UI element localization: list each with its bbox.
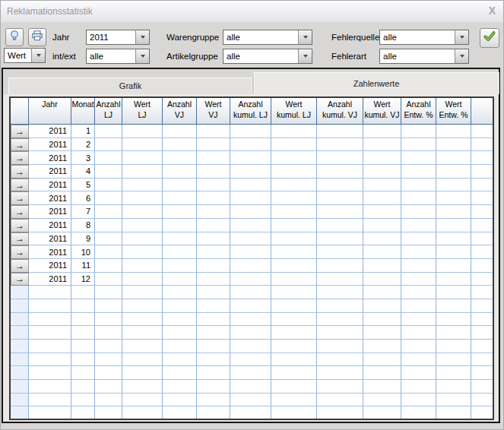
table-cell[interactable] [363,138,401,152]
table-cell[interactable] [230,232,271,246]
table-cell[interactable] [95,125,122,138]
table-cell[interactable] [163,191,197,205]
table-cell[interactable] [317,245,363,259]
table-cell[interactable] [271,259,317,273]
row-marker[interactable]: → [11,232,29,246]
table-cell[interactable] [436,259,471,273]
table-cell[interactable] [401,151,436,165]
table-cell[interactable] [163,273,197,286]
row-marker[interactable]: → [11,179,29,192]
chevron-down-icon[interactable] [455,49,468,63]
table-cell[interactable] [363,259,401,273]
table-cell[interactable] [230,259,271,273]
table-cell[interactable] [163,138,197,152]
table-cell[interactable] [271,179,317,192]
table-cell[interactable] [122,165,163,179]
table-cell[interactable] [271,205,317,219]
table-cell[interactable] [436,219,471,232]
table-cell[interactable] [163,219,197,232]
table-cell[interactable]: 2011 [29,232,71,246]
table-cell[interactable] [95,165,122,179]
table-cell[interactable] [197,245,230,259]
table-cell[interactable] [471,205,493,219]
table-cell[interactable] [122,259,163,273]
table-cell[interactable] [317,219,363,232]
table-cell[interactable] [197,273,230,286]
table-cell[interactable] [401,245,436,259]
table-cell[interactable] [95,138,122,152]
table-cell[interactable] [197,205,230,219]
table-cell[interactable] [436,179,471,192]
table-cell[interactable] [363,245,401,259]
table-cell[interactable] [230,138,271,152]
table-cell[interactable] [401,191,436,205]
table-cell[interactable]: 1 [71,125,95,138]
table-cell[interactable] [401,165,436,179]
table-cell[interactable] [95,232,122,246]
table-cell[interactable] [271,165,317,179]
table-cell[interactable] [363,191,401,205]
table-cell[interactable] [363,179,401,192]
table-cell[interactable]: 2 [71,138,95,152]
table-cell[interactable] [317,205,363,219]
table-cell[interactable] [122,232,163,246]
table-cell[interactable] [122,245,163,259]
table-cell[interactable] [317,179,363,192]
chevron-down-icon[interactable] [31,49,45,62]
row-marker[interactable]: → [11,151,29,165]
table-cell[interactable] [317,273,363,286]
table-cell[interactable] [197,165,230,179]
table-cell[interactable] [197,138,230,152]
table-cell[interactable] [230,273,271,286]
artikelgruppe-select[interactable]: alle [223,49,312,64]
table-cell[interactable] [401,259,436,273]
table-cell[interactable] [471,179,493,192]
table-cell[interactable] [436,273,471,286]
table-cell[interactable] [401,205,436,219]
table-cell[interactable] [363,232,401,246]
table-cell[interactable]: 2011 [29,138,71,152]
mode-select[interactable]: Wert [4,48,46,63]
table-cell[interactable] [401,273,436,286]
table-cell[interactable] [436,205,471,219]
table-cell[interactable] [471,273,493,286]
table-cell[interactable] [317,232,363,246]
fehlerquelle-select[interactable]: alle [379,30,469,45]
table-cell[interactable] [436,191,471,205]
table-cell[interactable] [471,138,493,152]
table-cell[interactable]: 2011 [29,219,71,232]
table-cell[interactable] [401,219,436,232]
table-cell[interactable] [471,219,493,232]
table-cell[interactable]: 2011 [29,245,71,259]
table-cell[interactable] [471,259,493,273]
table-cell[interactable] [230,219,271,232]
table-cell[interactable] [163,179,197,192]
table-cell[interactable] [401,232,436,246]
table-cell[interactable] [436,151,471,165]
table-cell[interactable] [163,125,197,138]
table-cell[interactable]: 4 [71,165,95,179]
table-cell[interactable] [163,151,197,165]
table-cell[interactable] [230,205,271,219]
table-cell[interactable]: 2011 [29,205,71,219]
table-cell[interactable] [471,165,493,179]
table-cell[interactable]: 3 [71,151,95,165]
table-cell[interactable] [471,191,493,205]
tab-grafik[interactable]: Grafik [8,77,252,94]
table-cell[interactable] [95,205,122,219]
table-cell[interactable] [471,125,493,138]
table-cell[interactable] [163,165,197,179]
table-cell[interactable] [122,138,163,152]
table-cell[interactable] [95,219,122,232]
table-cell[interactable] [122,191,163,205]
table-cell[interactable] [95,245,122,259]
int-ext-select[interactable]: alle [86,49,150,64]
table-cell[interactable] [401,125,436,138]
table-cell[interactable] [122,219,163,232]
table-cell[interactable]: 2011 [29,273,71,286]
table-cell[interactable] [197,179,230,192]
table-cell[interactable]: 2011 [29,151,71,165]
table-cell[interactable] [163,245,197,259]
table-cell[interactable] [271,151,317,165]
table-cell[interactable] [471,232,493,246]
